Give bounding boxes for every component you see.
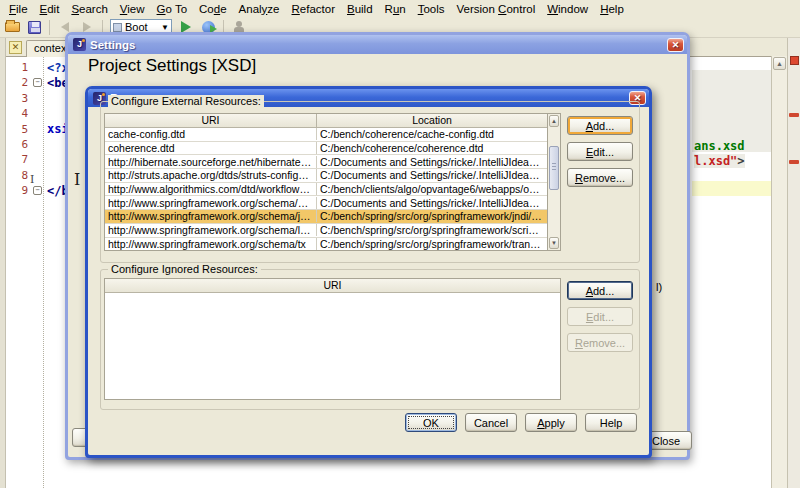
line-number: 8 — [8, 169, 28, 182]
fold-collapse-icon[interactable]: − — [33, 78, 42, 87]
external-resource-row[interactable]: http://hibernate.sourceforge.net/hiberna… — [105, 155, 547, 169]
menu-item-help[interactable]: Help — [594, 2, 630, 16]
ignored-resources-table-body[interactable] — [105, 293, 560, 400]
code-bracket: > — [737, 154, 744, 168]
line-number: 5 — [8, 123, 28, 136]
external-resource-row[interactable]: http://www.springframework.org/schema/tx… — [105, 238, 547, 252]
resources-dialog: J Resources ✕ Configure External Resourc… — [85, 86, 652, 458]
settings-titlebar[interactable]: J Settings ✕ — [68, 35, 687, 54]
scroll-down-icon[interactable]: ▼ — [549, 237, 559, 249]
external-resources-table-body: cache-config.dtdC:/bench/coherence/cache… — [105, 128, 547, 251]
menu-item-code[interactable]: Code — [193, 2, 233, 16]
help-button[interactable]: Help — [585, 413, 637, 432]
external-resource-row[interactable]: http://struts.apache.org/dtds/struts-con… — [105, 169, 547, 183]
ibeam-cursor: I — [74, 170, 80, 189]
ok-button[interactable]: OK — [405, 413, 457, 432]
code-fragment-green: ans.xsd — [694, 139, 745, 153]
apply-button[interactable]: Apply — [525, 413, 577, 432]
menu-item-edit[interactable]: Edit — [34, 2, 66, 16]
settings-close-icon[interactable]: ✕ — [667, 38, 684, 52]
run-config-icon — [113, 23, 122, 32]
ignored-remove-button[interactable]: Remove... — [567, 333, 633, 352]
settings-dialog-title: Settings — [90, 39, 135, 51]
menu-item-file[interactable]: File — [3, 2, 34, 16]
menu-item-go-to[interactable]: Go To — [151, 2, 193, 16]
fold-margin-line — [43, 57, 44, 488]
external-resource-row[interactable]: cache-config.dtdC:/bench/coherence/cache… — [105, 128, 547, 142]
scroll-up-icon[interactable]: ▲ — [773, 57, 786, 70]
menu-item-refactor[interactable]: Refactor — [286, 2, 341, 16]
external-add-button[interactable]: Add... — [567, 116, 633, 135]
line-number: 9 — [8, 184, 28, 197]
external-remove-button[interactable]: Remove... — [567, 168, 633, 187]
error-stripe — [787, 38, 800, 488]
intellij-logo-icon: J — [73, 38, 86, 51]
menu-item-analyze[interactable]: Analyze — [233, 2, 286, 16]
menu-item-view[interactable]: View — [114, 2, 151, 16]
menu-item-tools[interactable]: Tools — [412, 2, 451, 16]
ignored-add-button[interactable]: Add... — [567, 281, 633, 300]
line-number: 7 — [8, 153, 28, 166]
external-table-scrollbar[interactable]: ▲ ▼ — [548, 113, 561, 251]
external-resources-group-label: Configure External Resources: — [108, 95, 264, 107]
code-fragment-red: l.xsd"> — [694, 154, 745, 168]
error-stripe-mark[interactable] — [789, 160, 799, 164]
save-icon[interactable] — [25, 19, 43, 36]
editor-caret: I — [30, 173, 34, 186]
external-resource-row[interactable]: http://www.springframework.org/schema/jn… — [105, 210, 547, 224]
editor-scrollbar[interactable]: ▲ — [771, 56, 787, 488]
ignored-resources-table: URI — [104, 278, 561, 400]
column-header-location[interactable]: Location — [317, 114, 547, 127]
external-resource-row[interactable]: http://www.springframework.org/schema/ao… — [105, 196, 547, 210]
scrollbar-thumb[interactable] — [549, 146, 559, 190]
line-number: 1 — [8, 61, 28, 74]
cancel-button[interactable]: Cancel — [465, 413, 517, 432]
menu-item-version-control[interactable]: Version Control — [451, 2, 542, 16]
error-stripe-mark[interactable] — [789, 113, 799, 117]
ignored-resources-group-label: Configure Ignored Resources: — [108, 263, 261, 275]
scroll-up-icon[interactable]: ▲ — [549, 115, 559, 127]
open-folder-icon[interactable] — [3, 19, 21, 36]
error-indicator-square — [790, 56, 799, 65]
fold-collapse-icon[interactable]: − — [33, 186, 42, 195]
menu-item-search[interactable]: Search — [65, 2, 113, 16]
menu-bar: FileEditSearchViewGo ToCodeAnalyzeRefact… — [0, 0, 800, 17]
code-string-red: l.xsd" — [694, 154, 737, 168]
column-header-uri[interactable]: URI — [105, 114, 317, 127]
external-resources-table: URI Location cache-config.dtdC:/bench/co… — [104, 113, 548, 251]
external-resources-table-header: URI Location — [105, 114, 547, 128]
ignored-resources-table-header: URI — [105, 279, 560, 293]
line-number: 4 — [8, 107, 28, 120]
chevron-down-icon: ▼ — [161, 23, 169, 32]
external-resource-row[interactable]: http://www.algorithmics.com/dtd/workflow… — [105, 183, 547, 197]
editor-current-line-highlight — [692, 181, 771, 196]
column-header-uri[interactable]: URI — [105, 279, 560, 292]
line-number: 3 — [8, 92, 28, 105]
external-resource-row[interactable]: http://www.springframework.org/schema/la… — [105, 224, 547, 238]
external-resource-row[interactable]: coherence.dtdC:/bench/coherence/coherenc… — [105, 142, 547, 156]
ignored-edit-button[interactable]: Edit... — [567, 307, 633, 326]
close-tab-icon[interactable]: ✕ — [9, 41, 22, 54]
line-number: 6 — [8, 138, 28, 151]
settings-text-fragment: l) — [656, 281, 662, 293]
settings-page-title: Project Settings [XSD] — [88, 56, 256, 76]
external-edit-button[interactable]: Edit... — [567, 142, 633, 161]
toolbar-separator — [49, 20, 50, 35]
menu-item-build[interactable]: Build — [341, 2, 379, 16]
menu-item-window[interactable]: Window — [541, 2, 594, 16]
line-number: 2 — [8, 76, 28, 89]
menu-item-run[interactable]: Run — [379, 2, 412, 16]
